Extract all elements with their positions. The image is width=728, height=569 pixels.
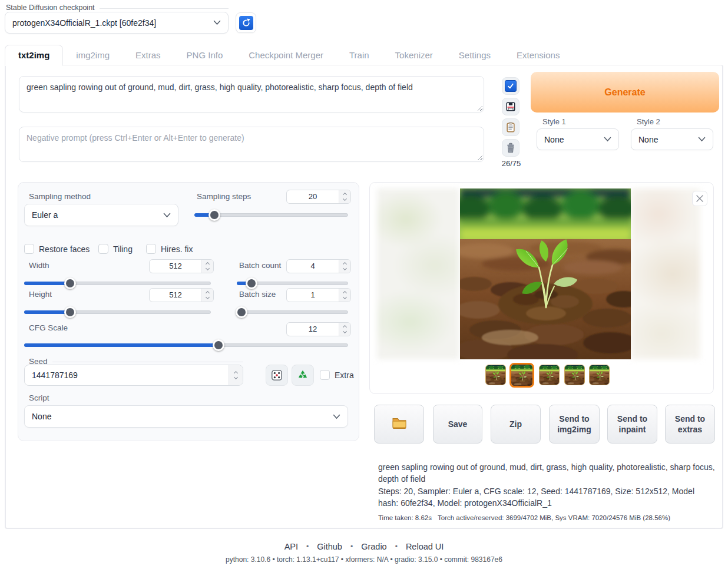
- batch-count-input[interactable]: 4: [286, 259, 351, 273]
- script-select[interactable]: None: [24, 405, 348, 428]
- tab-txt2img[interactable]: txt2img: [5, 45, 63, 66]
- github-link[interactable]: Github: [317, 542, 342, 551]
- send-to-img2img-button[interactable]: Send to img2img: [549, 405, 600, 444]
- gallery-thumbnail-5[interactable]: [589, 365, 610, 385]
- tab-train[interactable]: Train: [336, 45, 382, 65]
- style2-select[interactable]: None: [631, 128, 713, 150]
- style2-value: None: [638, 135, 698, 144]
- batch-size-input[interactable]: 1: [286, 288, 351, 302]
- tab-settings[interactable]: Settings: [446, 45, 504, 65]
- tab-checkpoint-merger[interactable]: Checkpoint Merger: [236, 45, 336, 65]
- floppy-disk-icon: [505, 101, 516, 112]
- tiling-checkbox[interactable]: Tiling: [98, 244, 133, 254]
- height-value: 512: [150, 289, 201, 302]
- sampling-steps-label: Sampling steps: [197, 192, 251, 201]
- paste-prompt-button[interactable]: [502, 118, 519, 136]
- chevron-down-icon: [163, 213, 171, 218]
- reuse-seed-button[interactable]: [292, 365, 314, 386]
- extra-seed-checkbox[interactable]: Extra: [320, 370, 354, 380]
- seed-stepper[interactable]: [229, 365, 243, 385]
- interrogate-button[interactable]: [502, 77, 519, 95]
- clear-prompt-button[interactable]: [502, 139, 519, 157]
- gallery-ghost-left: [377, 188, 459, 359]
- gallery-ghost-right: [631, 188, 700, 359]
- folder-icon: [392, 416, 407, 429]
- height-slider[interactable]: [24, 307, 211, 317]
- sampling-steps-input[interactable]: 20: [286, 190, 351, 204]
- gradio-link[interactable]: Gradio: [361, 542, 387, 551]
- tab-tokenizer[interactable]: Tokenizer: [382, 45, 446, 65]
- save-button[interactable]: Save: [433, 405, 482, 444]
- tab-bar: txt2img img2img Extras PNG Info Checkpoi…: [5, 45, 573, 65]
- tab-extensions[interactable]: Extensions: [504, 45, 573, 65]
- cfg-scale-slider[interactable]: [24, 340, 348, 350]
- divider: [100, 8, 229, 9]
- random-seed-button[interactable]: [266, 365, 288, 386]
- checkpoint-value: protogenX34OfficialR_1.ckpt [60fe2f34]: [12, 18, 213, 28]
- height-input[interactable]: 512: [149, 288, 214, 302]
- refresh-checkpoints-button[interactable]: [236, 12, 256, 33]
- batch-count-value: 4: [287, 260, 339, 273]
- tiling-label: Tiling: [113, 244, 133, 254]
- info-prompt-text: green sapling rowing out of ground, mud,…: [378, 461, 715, 485]
- save-style-button[interactable]: [502, 98, 519, 115]
- script-label: Script: [29, 393, 49, 402]
- prompt-input[interactable]: green sapling rowing out of ground, mud,…: [19, 76, 484, 113]
- batch-size-slider[interactable]: [237, 307, 348, 317]
- generation-parameters-panel: Sampling method Sampling steps Euler a 2…: [18, 182, 359, 441]
- close-gallery-button[interactable]: [692, 191, 707, 206]
- checkbox-box: [24, 244, 34, 254]
- tab-png-info[interactable]: PNG Info: [174, 45, 236, 65]
- reload-ui-link[interactable]: Reload UI: [406, 542, 444, 551]
- restore-faces-checkbox[interactable]: Restore faces: [24, 244, 90, 254]
- version-info: python: 3.10.6 • torch: 1.13.1+cu117 • x…: [0, 555, 728, 564]
- seed-input[interactable]: 1441787169: [24, 365, 243, 386]
- gallery-thumbnail-2-selected[interactable]: [509, 363, 534, 388]
- width-slider[interactable]: [24, 278, 211, 289]
- sampling-steps-slider[interactable]: [194, 210, 348, 220]
- style1-value: None: [544, 135, 604, 144]
- width-stepper[interactable]: [201, 260, 213, 273]
- style1-label: Style 1: [542, 117, 566, 126]
- tab-img2img[interactable]: img2img: [63, 45, 123, 65]
- batch-count-slider[interactable]: [237, 278, 348, 289]
- gallery-thumbnail-4[interactable]: [564, 365, 585, 385]
- chevron-down-icon: [698, 137, 706, 142]
- height-stepper[interactable]: [201, 289, 213, 302]
- checkpoint-label-row: Stable Diffusion checkpoint: [6, 4, 229, 12]
- checkpoint-select[interactable]: protogenX34OfficialR_1.ckpt [60fe2f34]: [5, 12, 229, 34]
- zip-button[interactable]: Zip: [491, 405, 541, 444]
- batch-count-stepper[interactable]: [339, 260, 350, 273]
- output-gallery-panel: [369, 182, 714, 394]
- gallery-thumbnail-3[interactable]: [539, 365, 560, 385]
- sampling-steps-stepper[interactable]: [339, 190, 350, 203]
- cfg-scale-label: CFG Scale: [29, 323, 68, 332]
- hires-fix-checkbox[interactable]: Hires. fix: [146, 244, 193, 254]
- cfg-scale-input[interactable]: 12: [286, 322, 351, 336]
- info-performance-text: Time taken: 8.62sTorch active/reserved: …: [378, 513, 715, 528]
- send-to-extras-button[interactable]: Send to extras: [665, 405, 715, 444]
- sampling-steps-value: 20: [287, 190, 339, 203]
- check-icon: [505, 80, 517, 92]
- send-to-inpaint-button[interactable]: Send to inpaint: [607, 405, 657, 444]
- gallery-thumbnail-1[interactable]: [485, 365, 506, 385]
- footer-links: API • Github • Gradio • Reload UI: [0, 542, 728, 551]
- style1-select[interactable]: None: [537, 128, 619, 150]
- tab-extras[interactable]: Extras: [123, 45, 174, 65]
- batch-size-label: Batch size: [239, 290, 276, 299]
- generated-image[interactable]: [460, 188, 631, 359]
- restore-faces-label: Restore faces: [39, 244, 90, 254]
- sampling-method-select[interactable]: Euler a: [24, 204, 178, 226]
- generate-button[interactable]: Generate: [531, 72, 719, 113]
- width-input[interactable]: 512: [149, 259, 214, 273]
- open-folder-button[interactable]: [374, 405, 424, 444]
- cfg-scale-stepper[interactable]: [339, 323, 350, 336]
- width-value: 512: [150, 260, 201, 273]
- hires-fix-label: Hires. fix: [161, 244, 193, 254]
- batch-size-stepper[interactable]: [339, 289, 350, 302]
- width-label: Width: [29, 261, 49, 270]
- api-link[interactable]: API: [284, 542, 298, 551]
- negative-prompt-input[interactable]: [19, 127, 484, 162]
- stable-diffusion-webui: Stable Diffusion checkpoint protogenX34O…: [0, 0, 728, 569]
- clipboard-icon: [505, 122, 516, 133]
